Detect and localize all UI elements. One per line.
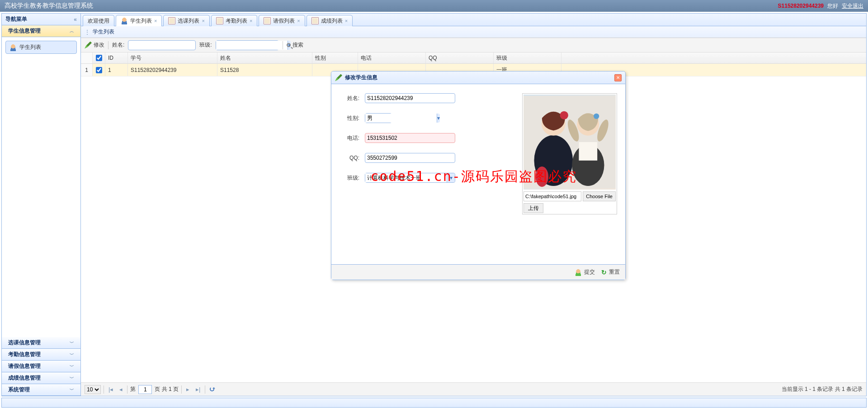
page-size-select[interactable]: 10	[85, 385, 101, 394]
class-filter-combo[interactable]: ▾	[216, 40, 279, 50]
tab-student-list[interactable]: 学生列表×	[116, 15, 162, 26]
refresh-button[interactable]	[208, 386, 216, 393]
col-qq[interactable]: QQ	[426, 52, 494, 63]
accordion-student-info[interactable]: 学生信息管理 ︿	[2, 25, 80, 37]
reset-icon: ↻	[601, 269, 607, 276]
pencil-icon	[335, 74, 342, 81]
user-icon	[121, 17, 128, 24]
svg-point-10	[536, 166, 549, 187]
panel-subheader: ⋮ 学生列表	[81, 26, 866, 38]
anime-image	[524, 95, 616, 190]
file-path-input[interactable]	[524, 191, 581, 201]
chevron-down-icon: ﹀	[70, 387, 74, 393]
chevron-down-icon: ﹀	[70, 375, 74, 381]
svg-rect-5	[579, 142, 597, 161]
tab-course-list[interactable]: 选课列表×	[163, 15, 209, 26]
tab-welcome[interactable]: 欢迎使用	[83, 15, 114, 26]
close-icon[interactable]: ×	[345, 18, 348, 24]
chevron-down-icon: ﹀	[70, 352, 74, 358]
col-name[interactable]: 姓名	[217, 52, 312, 63]
accordion-system-mgmt[interactable]: 系统管理﹀	[2, 384, 80, 396]
pagination-bar: 10 |◂ ◂ 第 页 共 1 页 ▸ ▸| 当前显示 1 - 1 条记录 共 …	[81, 382, 866, 396]
submit-button[interactable]: 提交	[575, 268, 595, 276]
chevron-down-icon: ﹀	[70, 363, 74, 370]
close-icon[interactable]: ×	[297, 18, 300, 24]
current-user: S11528202944239	[778, 3, 824, 9]
form-name-input[interactable]	[365, 93, 455, 103]
search-button[interactable]: 搜索	[287, 41, 303, 49]
close-icon[interactable]: ×	[250, 18, 252, 24]
sidebar-collapse-icon[interactable]: «	[74, 16, 77, 23]
sidebar-title: 导航菜单	[5, 15, 27, 23]
chevron-up-icon: ︿	[70, 28, 74, 34]
dialog-header[interactable]: 修改学生信息 ✕	[331, 71, 625, 84]
chevron-down-icon[interactable]: ▾	[437, 114, 440, 123]
tab-strip: 欢迎使用 学生列表× 选课列表× 考勤列表× 请假列表× 成绩列表×	[81, 14, 866, 26]
col-sno[interactable]: 学号	[128, 52, 217, 63]
chevron-down-icon[interactable]: ▾	[447, 173, 455, 182]
search-icon	[287, 43, 291, 47]
form-tel-label: 电话:	[340, 134, 359, 142]
accordion-grade-info[interactable]: 成绩信息管理﹀	[2, 372, 80, 384]
name-label: 姓名:	[112, 41, 124, 49]
tab-grade-list[interactable]: 成绩列表×	[307, 15, 353, 26]
sidebar: 导航菜单 « 学生信息管理 ︿ 学生列表 选课信息管理﹀ 考勤信息管理﹀ 请假信…	[2, 14, 81, 396]
name-filter-input[interactable]	[128, 40, 196, 50]
chevron-down-icon: ﹀	[70, 340, 74, 346]
form-name-label: 姓名:	[340, 95, 359, 102]
sidebar-header: 导航菜单 «	[2, 14, 80, 25]
form-qq-input[interactable]	[365, 153, 455, 163]
prev-page-button[interactable]: ◂	[118, 386, 124, 393]
accordion-course-info[interactable]: 选课信息管理﹀	[2, 337, 80, 349]
first-page-button[interactable]: |◂	[107, 386, 115, 393]
close-icon[interactable]: ×	[154, 18, 157, 24]
pencil-icon	[85, 42, 92, 49]
page-number-input[interactable]	[138, 385, 152, 394]
accordion-leave-info[interactable]: 请假信息管理﹀	[2, 361, 80, 372]
pager-info: 当前显示 1 - 1 条记录 共 1 条记录	[782, 385, 863, 393]
next-page-button[interactable]: ▸	[184, 386, 191, 393]
last-page-button[interactable]: ▸|	[194, 386, 202, 393]
book-icon	[216, 17, 223, 24]
form-sex-combo[interactable]: ▾	[365, 113, 392, 123]
form-class-combo[interactable]: ▾	[365, 173, 455, 183]
form-class-label: 班级:	[340, 174, 359, 182]
form-tel-input[interactable]	[365, 133, 455, 143]
row-checkbox[interactable]	[96, 67, 102, 73]
select-all-checkbox[interactable]	[96, 55, 102, 61]
logout-link[interactable]: 安全退出	[842, 2, 863, 10]
col-sex[interactable]: 性别	[312, 52, 358, 63]
col-id[interactable]: ID	[105, 52, 128, 63]
edit-button[interactable]: 修改	[85, 41, 104, 49]
photo-panel: Choose File 上传	[522, 93, 617, 214]
grid-header: ID 学号 姓名 性别 电话 QQ 班级	[81, 52, 866, 64]
form-qq-label: QQ:	[340, 155, 359, 161]
form-sex-label: 性别:	[340, 114, 359, 122]
refresh-icon	[210, 387, 214, 391]
accordion-attendance-info[interactable]: 考勤信息管理﹀	[2, 349, 80, 361]
reset-button[interactable]: ↻重置	[601, 268, 620, 276]
app-header: 高校学生教务教学信息管理系统 S11528202944239 您好 安全退出	[0, 0, 868, 12]
book-icon	[311, 17, 319, 24]
svg-point-3	[560, 111, 568, 119]
greeting-text: 您好	[827, 2, 838, 10]
tab-leave-list[interactable]: 请假列表×	[259, 15, 305, 26]
book-icon	[168, 17, 175, 24]
subpanel-title: 学生列表	[93, 28, 114, 36]
nav-student-list[interactable]: 学生列表	[5, 41, 77, 54]
upload-button[interactable]: 上传	[524, 203, 543, 213]
tab-attendance-list[interactable]: 考勤列表×	[211, 15, 257, 26]
col-class[interactable]: 班级	[494, 52, 561, 63]
close-icon[interactable]: ×	[202, 18, 204, 24]
submit-icon	[575, 269, 582, 276]
photo-preview	[524, 95, 616, 190]
status-bar	[1, 398, 867, 408]
col-tel[interactable]: 电话	[358, 52, 426, 63]
main-region: 欢迎使用 学生列表× 选课列表× 考勤列表× 请假列表× 成绩列表× ⋮ 学生列…	[81, 14, 866, 396]
user-icon	[9, 44, 17, 51]
app-title: 高校学生教务教学信息管理系统	[5, 2, 93, 10]
choose-file-button[interactable]: Choose File	[583, 191, 616, 201]
dialog-close-button[interactable]: ✕	[614, 74, 622, 81]
book-icon	[264, 17, 271, 24]
svg-point-9	[594, 114, 599, 119]
